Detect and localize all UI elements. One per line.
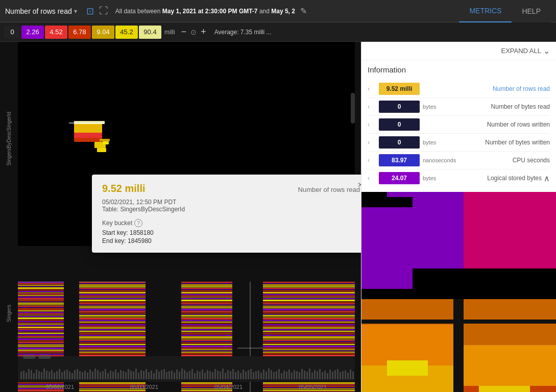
dropdown-icon[interactable]: ▾ xyxy=(74,8,77,15)
svg-rect-360 xyxy=(130,371,132,379)
svg-rect-86 xyxy=(18,282,64,282)
svg-rect-58 xyxy=(18,353,64,353)
svg-rect-366 xyxy=(146,369,147,379)
svg-rect-93 xyxy=(79,289,146,290)
svg-rect-410 xyxy=(258,371,259,379)
svg-rect-281 xyxy=(263,348,355,349)
svg-rect-183 xyxy=(181,311,232,312)
svg-rect-427 xyxy=(301,369,303,379)
svg-rect-117 xyxy=(79,326,146,327)
vertical-scrollbar[interactable] xyxy=(351,93,355,124)
svg-rect-40 xyxy=(18,325,64,326)
svg-rect-446 xyxy=(350,370,351,379)
edit-icon[interactable]: ✎ xyxy=(300,6,307,16)
legend-minus[interactable]: − xyxy=(178,27,190,37)
crop-tool-icon[interactable]: ⊡ xyxy=(86,6,94,17)
svg-rect-268 xyxy=(263,327,355,329)
tooltip-close-button[interactable]: × xyxy=(357,180,361,190)
svg-rect-334 xyxy=(64,371,65,379)
info-chevron-cpu[interactable]: ‹ xyxy=(368,157,376,164)
svg-rect-104 xyxy=(79,306,146,307)
info-chevron-bytes-read[interactable]: ‹ xyxy=(368,103,376,110)
legend-item-5[interactable]: 45.2 xyxy=(115,26,138,39)
legend-item-4[interactable]: 9.04 xyxy=(92,26,114,39)
svg-rect-282 xyxy=(263,349,355,350)
expand-all-button[interactable]: EXPAND ALL ⌄ xyxy=(501,46,550,56)
left-panel: SingersByDescSingerId Singers xyxy=(0,42,361,392)
help-icon[interactable]: ? xyxy=(134,219,142,227)
metric-selector[interactable]: Number of rows read ▾ xyxy=(5,7,77,15)
svg-rect-414 xyxy=(268,369,270,379)
svg-rect-249 xyxy=(263,298,355,299)
tooltip-metric: Number of rows read xyxy=(298,186,360,193)
horizontal-scrollbar-right[interactable] xyxy=(38,355,51,359)
tab-metrics[interactable]: METRICS xyxy=(459,0,512,22)
svg-rect-206 xyxy=(181,346,232,347)
svg-rect-411 xyxy=(260,373,262,379)
svg-rect-52 xyxy=(18,344,64,344)
timeline-label-1: 05/02/2021 xyxy=(46,384,74,390)
svg-rect-331 xyxy=(56,371,58,379)
svg-rect-90 xyxy=(79,284,146,286)
svg-rect-100 xyxy=(79,300,146,301)
timeline-label-2: 05/03/2021 xyxy=(130,384,158,390)
legend-item-0[interactable]: 0 xyxy=(4,26,20,39)
info-unit-cpu: nanoseconds xyxy=(423,157,464,163)
svg-rect-32 xyxy=(18,313,64,314)
svg-rect-328 xyxy=(49,372,50,379)
svg-rect-43 xyxy=(18,330,64,331)
svg-rect-97 xyxy=(79,296,146,297)
svg-rect-368 xyxy=(151,371,152,379)
svg-rect-246 xyxy=(263,294,355,295)
svg-rect-317 xyxy=(20,372,22,379)
svg-rect-109 xyxy=(79,314,146,314)
svg-rect-129 xyxy=(79,344,146,345)
timeline-sparkline[interactable] xyxy=(18,356,355,382)
y-label-singers-by-desc: SingersByDescSingerId xyxy=(6,112,12,166)
svg-rect-42 xyxy=(18,329,64,330)
rp-heatmap[interactable]: + xyxy=(361,192,556,392)
svg-rect-391 xyxy=(209,371,211,379)
svg-rect-191 xyxy=(181,323,232,324)
info-chevron-rows-written[interactable]: ‹ xyxy=(368,121,376,128)
svg-rect-373 xyxy=(163,369,165,379)
svg-rect-114 xyxy=(79,322,146,323)
legend-item-2[interactable]: 4.52 xyxy=(45,26,67,39)
legend-item-6[interactable]: 90.4 xyxy=(139,26,161,39)
svg-rect-106 xyxy=(79,309,146,310)
svg-rect-257 xyxy=(263,311,355,312)
svg-rect-374 xyxy=(166,372,167,379)
svg-rect-319 xyxy=(26,373,27,379)
tab-help[interactable]: HELP xyxy=(512,0,551,22)
svg-rect-240 xyxy=(263,284,355,286)
horizontal-scrollbar-left[interactable] xyxy=(23,355,36,359)
info-chevron-rows-read[interactable]: ‹ xyxy=(368,85,376,92)
info-chevron-bytes-written[interactable]: ‹ xyxy=(368,139,376,146)
collapse-logical-icon[interactable]: ∧ xyxy=(544,174,550,183)
svg-rect-125 xyxy=(79,338,146,339)
svg-rect-162 xyxy=(79,282,146,282)
svg-rect-198 xyxy=(181,333,232,334)
svg-rect-271 xyxy=(263,332,355,333)
svg-rect-350 xyxy=(105,369,106,379)
svg-rect-9 xyxy=(69,122,105,124)
svg-rect-440 xyxy=(334,370,336,379)
svg-rect-263 xyxy=(263,320,355,321)
svg-rect-421 xyxy=(286,372,287,379)
legend-plus[interactable]: + xyxy=(198,27,209,37)
info-chevron-logical[interactable]: ‹ xyxy=(368,175,376,182)
legend-circle: ⊙ xyxy=(190,28,197,36)
svg-rect-26 xyxy=(18,304,64,305)
expand-tool-icon[interactable]: ⛶ xyxy=(99,6,108,16)
svg-rect-210 xyxy=(181,352,232,353)
svg-rect-120 xyxy=(79,331,146,332)
svg-rect-201 xyxy=(181,338,232,339)
legend-item-3[interactable]: 6.78 xyxy=(68,26,91,39)
svg-rect-193 xyxy=(181,326,232,327)
svg-rect-49 xyxy=(18,338,64,340)
legend-item-1[interactable]: 2.26 xyxy=(21,26,44,39)
svg-rect-170 xyxy=(181,290,232,291)
svg-rect-387 xyxy=(199,372,201,379)
svg-rect-423 xyxy=(291,373,293,379)
svg-rect-375 xyxy=(168,371,170,379)
